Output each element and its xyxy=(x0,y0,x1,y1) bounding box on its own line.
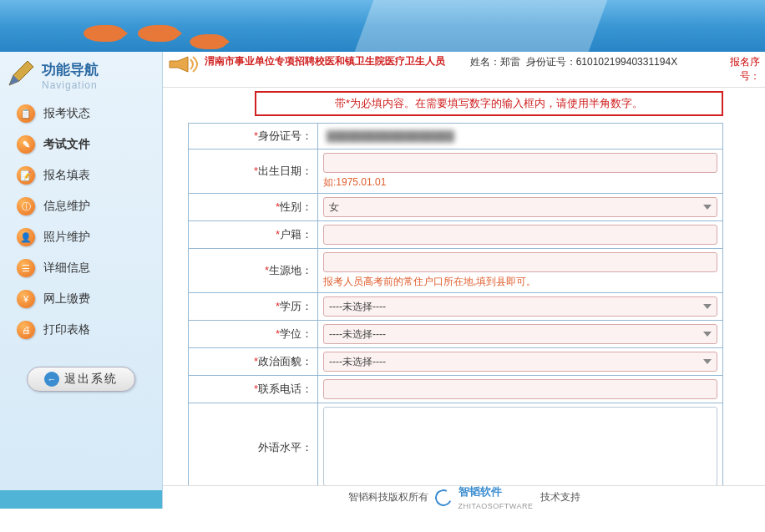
footer-copyright: 智韬科技版权所有 xyxy=(348,490,428,504)
nav-label: 打印表格 xyxy=(43,322,90,337)
footer-support: 技术支持 xyxy=(540,490,580,504)
politics-label: 政治面貌： xyxy=(258,355,312,367)
sidebar-subtitle: Navigation xyxy=(42,79,154,91)
idcard-label: 身份证号： xyxy=(258,129,312,142)
origin-label: 生源地： xyxy=(269,264,312,276)
content-header: 渭南市事业单位专项招聘校医和镇卫生院医疗卫生人员 姓名：郑雷 身份证号：6101… xyxy=(163,52,765,88)
sidebar: 功能导航 Navigation 📋报考状态 ✎考试文件 📝报名填表 ⓘ信息维护 … xyxy=(0,52,163,509)
nav-label: 报考状态 xyxy=(43,106,90,121)
edu-select[interactable]: ----未选择---- xyxy=(323,296,717,317)
footer-brand: 智韬软件 xyxy=(458,485,502,498)
lang-label: 外语水平： xyxy=(258,441,312,453)
politics-select[interactable]: ----未选择---- xyxy=(323,352,717,372)
nav-item-info-maintain[interactable]: ⓘ信息维护 xyxy=(10,192,152,220)
footer-brand-sub: ZHITAOSOFTWARE xyxy=(458,502,534,510)
nav-item-exam-files[interactable]: ✎考试文件 xyxy=(10,130,152,159)
gender-select[interactable]: 女 xyxy=(323,197,717,217)
nav-label: 信息维护 xyxy=(43,199,90,214)
gender-label: 性别： xyxy=(280,200,312,213)
nav-item-print[interactable]: 🖨打印表格 xyxy=(10,316,152,344)
print-icon: 🖨 xyxy=(17,321,35,339)
origin-input[interactable] xyxy=(323,252,717,272)
origin-hint: 报考人员高考前的常住户口所在地,填到县即可。 xyxy=(323,275,717,289)
logout-label: 退出系统 xyxy=(64,372,118,387)
file-icon: ✎ xyxy=(17,135,35,154)
name-value: 郑雷 xyxy=(500,56,520,68)
content-area: 渭南市事业单位专项招聘校医和镇卫生院医疗卫生人员 姓名：郑雷 身份证号：6101… xyxy=(163,52,765,509)
name-label: 姓名： xyxy=(470,56,500,68)
idcard-value-blurred: ██████████████████ xyxy=(323,127,717,145)
announcement-title: 渭南市事业单位专项招聘校医和镇卫生院医疗卫生人员 xyxy=(205,55,464,68)
hukou-label: 户籍： xyxy=(280,228,312,241)
payment-icon: ¥ xyxy=(17,290,35,308)
nav-item-details[interactable]: ☰详细信息 xyxy=(10,254,152,282)
footer-logo-icon xyxy=(433,487,454,509)
nav-label: 网上缴费 xyxy=(43,291,90,307)
phone-label: 联系电话： xyxy=(258,383,312,395)
registration-form-table: *身份证号： ██████████████████ *出生日期： 如:1975.… xyxy=(188,123,723,485)
phone-input[interactable] xyxy=(323,379,717,399)
nav-item-registration-form[interactable]: 📝报名填表 xyxy=(10,161,152,190)
pen-icon xyxy=(7,58,36,88)
degree-label: 学位： xyxy=(280,327,312,340)
degree-select[interactable]: ----未选择---- xyxy=(323,324,717,344)
sidebar-bottom-decoration xyxy=(0,490,162,509)
serial-label: 报名序号： xyxy=(713,55,760,84)
fish-decoration xyxy=(190,34,224,49)
status-icon: 📋 xyxy=(17,104,35,123)
fish-decoration xyxy=(138,25,175,42)
nav-list: 📋报考状态 ✎考试文件 📝报名填表 ⓘ信息维护 👤照片维护 ☰详细信息 ¥网上缴… xyxy=(0,96,162,350)
announcement-icon xyxy=(168,55,201,73)
id-value: 61010219940331194X xyxy=(576,56,677,68)
sidebar-title: 功能导航 xyxy=(42,60,154,79)
nav-label: 详细信息 xyxy=(43,261,90,276)
nav-label: 考试文件 xyxy=(43,137,90,152)
edu-label: 学历： xyxy=(280,300,312,312)
hukou-input[interactable] xyxy=(323,225,717,245)
nav-item-photo-maintain[interactable]: 👤照片维护 xyxy=(10,223,152,251)
footer: 智韬科技版权所有 智韬软件 ZHITAOSOFTWARE 技术支持 xyxy=(163,485,765,509)
form-icon: 📝 xyxy=(17,166,35,185)
top-banner xyxy=(0,0,765,52)
nav-label: 照片维护 xyxy=(43,230,90,245)
fish-decoration xyxy=(84,25,121,42)
banner-decoration xyxy=(355,0,608,52)
form-wrapper: *身份证号： ██████████████████ *出生日期： 如:1975.… xyxy=(163,123,765,485)
birth-hint: 如:1975.01.01 xyxy=(323,175,717,190)
logout-button[interactable]: ← 退出系统 xyxy=(27,367,135,392)
user-info: 姓名：郑雷 身份证号：61010219940331194X xyxy=(464,55,713,69)
info-icon: ⓘ xyxy=(17,197,35,215)
arrow-left-icon: ← xyxy=(44,372,59,387)
nav-item-status[interactable]: 📋报考状态 xyxy=(10,99,152,128)
lang-textarea[interactable] xyxy=(323,407,717,485)
birth-label: 出生日期： xyxy=(258,165,312,177)
nav-label: 报名填表 xyxy=(43,168,90,183)
details-icon: ☰ xyxy=(17,259,35,277)
photo-icon: 👤 xyxy=(17,228,35,246)
birth-input[interactable] xyxy=(323,153,717,173)
required-notice: 带*为必填内容。在需要填写数字的输入框内，请使用半角数字。 xyxy=(255,91,723,116)
id-label: 身份证号： xyxy=(526,56,576,68)
nav-item-payment[interactable]: ¥网上缴费 xyxy=(10,285,152,313)
